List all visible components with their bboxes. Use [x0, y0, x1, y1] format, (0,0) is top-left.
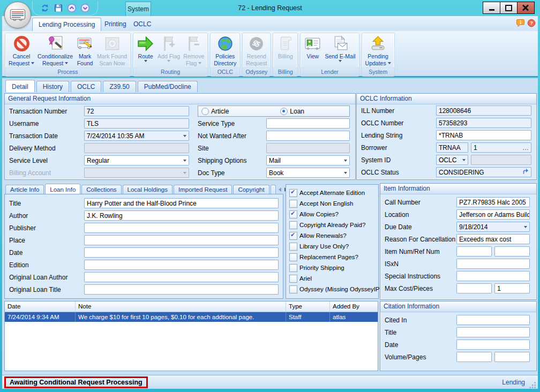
- borrower-more-button[interactable]: …: [522, 145, 529, 150]
- service-type-field[interactable]: [266, 118, 350, 129]
- author-field[interactable]: J.K. Rowling: [84, 210, 279, 221]
- date-field[interactable]: [84, 247, 279, 258]
- column-header-added-by[interactable]: Added By: [330, 301, 378, 312]
- ribbon-group-oclc: Policies Directory OCLC: [210, 33, 240, 77]
- citation-title-field[interactable]: [456, 327, 530, 337]
- place-field[interactable]: [84, 235, 279, 245]
- borrower-count-field[interactable]: 1…: [471, 142, 531, 153]
- library-use-only-checkbox[interactable]: [289, 243, 297, 251]
- volume-field[interactable]: [456, 352, 492, 362]
- ref-num-field[interactable]: [494, 246, 530, 257]
- tab-imported-request[interactable]: Imported Request: [174, 185, 232, 194]
- table-row[interactable]: 7/24/2014 9:34 AM We charge $10 for firs…: [5, 312, 378, 322]
- replacement-pages-checkbox[interactable]: [289, 253, 297, 261]
- title-bar[interactable]: 72 - Lending Request System: [0, 0, 540, 16]
- publisher-field[interactable]: [84, 223, 279, 233]
- conditionalize-request-button[interactable]: Conditionalize Request: [36, 34, 74, 67]
- column-header-date[interactable]: Date: [5, 301, 76, 312]
- tab-pubmed-docline[interactable]: PubMed/Docline: [138, 81, 198, 92]
- tab-history[interactable]: History: [36, 81, 69, 92]
- cancel-request-button[interactable]: Cancel Request: [7, 34, 36, 67]
- citation-date-field[interactable]: [456, 340, 530, 350]
- transaction-date-field[interactable]: 7/24/2014 10:35 AM: [84, 131, 189, 141]
- service-level-dropdown[interactable]: Regular: [84, 155, 189, 165]
- up-circle-icon[interactable]: [67, 3, 77, 13]
- view-button[interactable]: View: [302, 34, 323, 67]
- not-wanted-after-field[interactable]: [266, 131, 350, 141]
- article-radio[interactable]: [201, 108, 209, 115]
- tab-collections[interactable]: Collections: [81, 185, 121, 194]
- transaction-number-field[interactable]: 72: [84, 106, 189, 116]
- tab-oclc[interactable]: OCLC: [71, 81, 101, 92]
- doc-type-dropdown[interactable]: Book: [266, 168, 350, 178]
- copyright-already-paid-checkbox[interactable]: [289, 221, 297, 229]
- allow-copies-checkbox[interactable]: [289, 210, 297, 218]
- item-info-panel: Item Information Call NumberPZ7.R79835 H…: [380, 183, 537, 300]
- save-icon[interactable]: [54, 3, 63, 13]
- tab-detail[interactable]: Detail: [5, 80, 35, 92]
- chevron-down-icon: [344, 160, 347, 162]
- help-icon[interactable]: ?: [527, 19, 536, 27]
- location-field[interactable]: Jefferson or Adams Building: [456, 209, 530, 220]
- tab-scroll-left-icon[interactable]: [279, 187, 281, 192]
- oclc-status-field[interactable]: CONSIDERING: [436, 167, 531, 177]
- system-id-dropdown[interactable]: OCLC: [436, 155, 468, 165]
- checkbox-label: Copyright Already Paid?: [299, 222, 365, 228]
- column-header-note[interactable]: Note: [76, 301, 286, 312]
- due-date-field[interactable]: 9/18/2014: [456, 222, 530, 232]
- tab-copyright[interactable]: Copyright: [233, 185, 269, 194]
- tab-truncated[interactable]: In: [271, 185, 276, 194]
- allow-renewals-checkbox[interactable]: [289, 232, 297, 240]
- refresh-icon[interactable]: [40, 3, 50, 13]
- priority-shipping-checkbox[interactable]: [289, 264, 297, 272]
- ill-number-field[interactable]: 128008646: [436, 105, 531, 116]
- lending-string-field[interactable]: *TRNAB: [436, 130, 531, 140]
- checkbox-label: Allow Copies?: [299, 211, 339, 217]
- edition-field[interactable]: [84, 260, 279, 270]
- status-link-icon[interactable]: [522, 168, 529, 176]
- ariel-checkbox[interactable]: [289, 275, 297, 283]
- tab-loan-info[interactable]: Loan Info: [45, 184, 80, 194]
- route-button[interactable]: Route: [135, 34, 156, 67]
- app-menu-button[interactable]: [4, 2, 31, 28]
- isxn-field[interactable]: [456, 259, 530, 269]
- down-circle-icon[interactable]: [80, 3, 90, 13]
- username-field[interactable]: TLS: [84, 118, 189, 129]
- special-instructions-field[interactable]: [456, 271, 530, 281]
- maximize-button[interactable]: [500, 2, 518, 14]
- tab-z3950[interactable]: Z39.50: [103, 81, 136, 92]
- loan-radio[interactable]: [280, 108, 288, 115]
- field-label: Author: [9, 212, 84, 220]
- resize-grip[interactable]: [529, 381, 537, 389]
- ribbon-tab-lending-processing[interactable]: Lending Processing: [32, 18, 101, 32]
- note-date-cell: 7/24/2014 9:34 AM: [5, 312, 76, 322]
- send-email-button[interactable]: Send E-Mail: [323, 34, 357, 67]
- ribbon-tab-oclc[interactable]: OCLC: [128, 18, 152, 31]
- tab-article-info[interactable]: Article Info: [5, 185, 44, 194]
- call-number-field[interactable]: PZ7.R79835 Halc 2005: [456, 197, 530, 207]
- pieces-field[interactable]: 1: [494, 283, 530, 293]
- item-num-field[interactable]: [456, 246, 492, 257]
- context-tab-system[interactable]: System: [125, 2, 151, 17]
- policies-directory-button[interactable]: Policies Directory: [212, 34, 238, 67]
- max-cost-field[interactable]: [456, 283, 492, 293]
- shipping-options-dropdown[interactable]: Mail: [266, 155, 350, 165]
- accept-alternate-edition-checkbox[interactable]: [289, 189, 297, 197]
- odyssey-checkbox[interactable]: [289, 285, 297, 293]
- pending-updates-button[interactable]: Pending Updates: [364, 34, 393, 67]
- info-bubble-icon[interactable]: [516, 19, 525, 27]
- oclc-number-field[interactable]: 57358293: [436, 118, 531, 128]
- title-field[interactable]: Harry Potter and the Half-Blood Prince: [84, 198, 279, 208]
- column-header-type[interactable]: Type: [286, 301, 330, 312]
- original-loan-author-field[interactable]: [84, 272, 279, 282]
- tab-local-holdings[interactable]: Local Holdings: [123, 185, 172, 194]
- borrower-field[interactable]: TRNAA: [436, 142, 468, 153]
- close-button[interactable]: [517, 2, 535, 14]
- cited-in-field[interactable]: [456, 315, 530, 325]
- mark-found-button[interactable]: Mark Found: [74, 34, 95, 67]
- reason-for-cancellation-field[interactable]: Exceeds max cost: [456, 234, 530, 244]
- accept-non-english-checkbox[interactable]: [289, 200, 297, 208]
- original-loan-title-field[interactable]: [84, 284, 279, 295]
- pages-field[interactable]: [494, 352, 530, 362]
- minimize-button[interactable]: [483, 2, 500, 14]
